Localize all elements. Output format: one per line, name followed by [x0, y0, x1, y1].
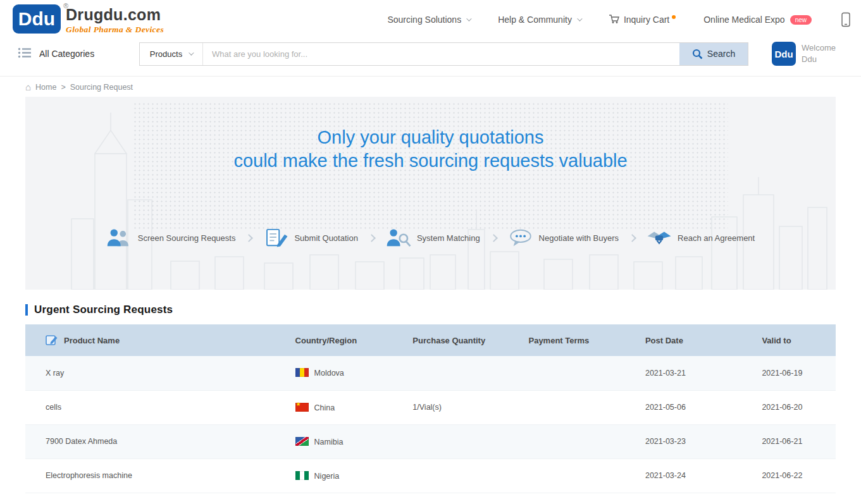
nav-inquiry-cart[interactable]: Inquiry Cart [609, 14, 676, 26]
table-row[interactable]: 7900 Datex AhmedaNamibia2021-03-232021-0… [25, 424, 836, 458]
top-bar: Ddu ® Drugdu.com Global Pharma & Devices… [0, 0, 861, 39]
logo-text: Drugdu.com Global Pharma & Devices [66, 4, 164, 35]
all-categories-button[interactable]: All Categories [18, 47, 139, 60]
quantity-cell [412, 356, 528, 390]
welcome-line1: Welcome [802, 42, 836, 54]
logo-tagline: Global Pharma & Devices [66, 25, 164, 35]
chevron-down-icon [466, 16, 471, 21]
quantity-cell [412, 458, 528, 493]
flag-namibia-icon [295, 437, 309, 446]
header-divider [0, 76, 861, 77]
header-purchase-quantity: Purchase Quantity [412, 324, 528, 356]
hero-title-line2: could make the fresh sourcing requests v… [25, 149, 836, 173]
nav-help-community[interactable]: Help & Community [498, 15, 581, 25]
people-icon [106, 227, 133, 249]
search-input[interactable] [203, 43, 679, 65]
country-cell: Namibia [295, 424, 413, 458]
hero-title-line1: Only your quality quotations [25, 126, 836, 149]
step-arrow-icon [490, 234, 498, 242]
step-arrow-icon [368, 234, 376, 242]
nav-label: Inquiry Cart [624, 15, 669, 25]
header-product-name: Product Name [25, 324, 295, 356]
payment-terms-cell [528, 458, 645, 493]
step-arrow-icon [628, 234, 636, 242]
search-button[interactable]: Search [679, 43, 748, 65]
country-cell: Moldova [295, 356, 413, 390]
chevron-down-icon [189, 50, 194, 55]
registered-mark: ® [63, 2, 68, 9]
post-date-cell: 2021-05-06 [645, 390, 762, 424]
main-nav: Sourcing Solutions Help & Community Inqu… [387, 14, 812, 26]
product-list-icon [46, 335, 58, 346]
welcome-line2: Ddu [802, 54, 836, 65]
table-row[interactable]: Electrophoresis machineNigeria2021-03-24… [25, 458, 836, 493]
payment-terms-cell [528, 424, 645, 458]
cart-icon [609, 14, 620, 26]
search-category-select[interactable]: Products [140, 43, 203, 65]
product-name-cell[interactable]: Electrophoresis machine [25, 458, 295, 493]
header-label: Product Name [64, 336, 120, 345]
table-row[interactable]: X rayMoldova2021-03-212021-06-19 [25, 356, 836, 390]
process-step: Negotiate with Buyers [507, 227, 619, 249]
search-category-value: Products [150, 49, 182, 59]
table-row[interactable]: cellsChina1/Vial(s)2021-05-062021-06-20 [25, 390, 836, 424]
mobile-site-button[interactable] [841, 12, 851, 27]
search-box: Products Search [139, 42, 748, 66]
post-date-cell: 2021-03-23 [645, 424, 762, 458]
flag-nigeria-icon [295, 471, 309, 480]
welcome-text: Welcome Ddu [802, 42, 836, 65]
section-header: Urgent Sourcing Requests [25, 304, 836, 316]
hero-banner: Only your quality quotations could make … [25, 97, 836, 290]
site-logo[interactable]: Ddu ® Drugdu.com Global Pharma & Devices [13, 4, 164, 35]
breadcrumb-separator: > [61, 83, 65, 92]
valid-to-cell: 2021-06-21 [762, 424, 836, 458]
product-name-cell[interactable]: X ray [25, 356, 295, 390]
logo-name: Drugdu.com [66, 6, 164, 24]
all-categories-label: All Categories [39, 49, 94, 59]
chevron-down-icon [577, 16, 582, 21]
product-name-cell[interactable]: 7900 Datex Ahmeda [25, 424, 295, 458]
valid-to-cell: 2021-06-22 [762, 458, 836, 493]
nav-label: Help & Community [498, 15, 572, 25]
process-step: Screen Sourcing Requests [106, 227, 236, 249]
hero-title: Only your quality quotations could make … [25, 126, 836, 173]
new-badge: new [790, 15, 812, 25]
category-list-icon [18, 47, 32, 60]
country-cell: Nigeria [295, 458, 413, 493]
breadcrumb-home[interactable]: Home [35, 83, 56, 92]
step-label: Screen Sourcing Requests [138, 233, 236, 243]
process-steps: Screen Sourcing RequestsSubmit Quotation… [25, 227, 836, 249]
sourcing-requests-table: Product Name Country/Region Purchase Qua… [25, 324, 836, 493]
sourcing-table-body: X rayMoldova2021-03-212021-06-19cellsChi… [25, 356, 836, 493]
home-icon: ⌂ [25, 82, 31, 92]
process-step: System Matching [385, 227, 480, 249]
mobile-icon [841, 12, 851, 27]
quantity-cell: 1/Vial(s) [412, 390, 528, 424]
header-country-region: Country/Region [295, 324, 413, 356]
header-label: Country/Region [295, 336, 357, 345]
avatar-text: Ddu [774, 49, 793, 59]
step-label: Reach an Agreement [678, 233, 755, 243]
post-date-cell: 2021-03-24 [645, 458, 762, 493]
user-welcome: Ddu Welcome Ddu [772, 42, 836, 66]
search-row: All Categories Products Search Ddu Welco… [0, 39, 861, 76]
header-label: Post Date [645, 336, 683, 345]
process-step: Reach an Agreement [646, 227, 755, 249]
negotiate-icon [507, 227, 534, 249]
country-cell: China [295, 390, 413, 424]
payment-terms-cell [528, 356, 645, 390]
title-accent-bar [25, 304, 28, 316]
nav-label: Sourcing Solutions [387, 15, 461, 25]
step-label: Submit Quotation [294, 233, 357, 243]
breadcrumb: ⌂ Home > Sourcing Request [25, 82, 861, 92]
header-valid-to: Valid to [762, 324, 836, 356]
page-title: Urgent Sourcing Requests [34, 304, 173, 316]
product-name-cell[interactable]: cells [25, 390, 295, 424]
quantity-cell [412, 424, 528, 458]
payment-terms-cell [528, 390, 645, 424]
nav-sourcing-solutions[interactable]: Sourcing Solutions [387, 15, 470, 25]
user-avatar[interactable]: Ddu [772, 42, 796, 66]
matching-icon [385, 227, 412, 249]
nav-online-medical-expo[interactable]: Online Medical Expo new [703, 15, 812, 25]
cart-notification-dot [672, 15, 676, 19]
